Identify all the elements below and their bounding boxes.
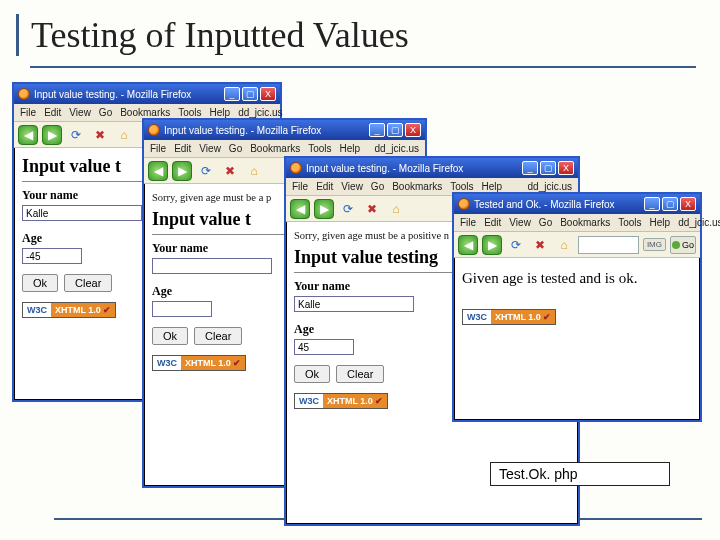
img-pill[interactable]: IMG <box>643 238 666 251</box>
w3c-badge[interactable]: W3C XHTML 1.0 ✔ <box>294 393 388 409</box>
close-button[interactable]: X <box>680 197 696 211</box>
w3c-badge-left: W3C <box>463 310 491 324</box>
menu-go[interactable]: Go <box>99 107 112 118</box>
reload-button[interactable]: ⟳ <box>196 161 216 181</box>
menu-bookmarks[interactable]: Bookmarks <box>392 181 442 192</box>
reload-button[interactable]: ⟳ <box>66 125 86 145</box>
name-input[interactable] <box>22 205 142 221</box>
ok-message: Given age is tested and is ok. <box>462 270 692 287</box>
menu-file[interactable]: File <box>460 217 476 228</box>
name-input[interactable] <box>294 296 414 312</box>
back-button[interactable]: ◀ <box>290 199 310 219</box>
home-button[interactable]: ⌂ <box>114 125 134 145</box>
close-button[interactable]: X <box>405 123 421 137</box>
title-underline <box>30 66 696 68</box>
age-input[interactable] <box>152 301 212 317</box>
menu-go[interactable]: Go <box>539 217 552 228</box>
menu-help[interactable]: Help <box>210 107 231 118</box>
window-buttons: _ ▢ X <box>522 161 574 175</box>
menubar[interactable]: File Edit View Go Bookmarks Tools Help d… <box>454 214 700 232</box>
menu-go[interactable]: Go <box>229 143 242 154</box>
menu-edit[interactable]: Edit <box>484 217 501 228</box>
clear-button[interactable]: Clear <box>336 365 384 383</box>
menu-file[interactable]: File <box>150 143 166 154</box>
stop-button[interactable]: ✖ <box>362 199 382 219</box>
forward-button[interactable]: ▶ <box>42 125 62 145</box>
reload-button[interactable]: ⟳ <box>338 199 358 219</box>
home-button[interactable]: ⌂ <box>554 235 574 255</box>
menu-tools[interactable]: Tools <box>450 181 473 192</box>
menu-view[interactable]: View <box>199 143 221 154</box>
titlebar[interactable]: Input value testing. - Mozilla Firefox _… <box>144 120 425 140</box>
w3c-badge-left: W3C <box>23 303 51 317</box>
minimize-button[interactable]: _ <box>644 197 660 211</box>
menu-edit[interactable]: Edit <box>316 181 333 192</box>
w3c-badge-right: XHTML 1.0 ✔ <box>491 310 555 324</box>
menu-url-hint: dd_jcic.us <box>528 181 572 192</box>
forward-button[interactable]: ▶ <box>172 161 192 181</box>
window-title: Tested and Ok. - Mozilla Firefox <box>474 199 615 210</box>
firefox-icon <box>18 88 30 100</box>
menu-view[interactable]: View <box>509 217 531 228</box>
w3c-badge[interactable]: W3C XHTML 1.0 ✔ <box>462 309 556 325</box>
page-content: Given age is tested and is ok. W3C XHTML… <box>454 258 700 420</box>
home-button[interactable]: ⌂ <box>244 161 264 181</box>
menu-bookmarks[interactable]: Bookmarks <box>560 217 610 228</box>
menu-help[interactable]: Help <box>340 143 361 154</box>
minimize-button[interactable]: _ <box>522 161 538 175</box>
firefox-icon <box>148 124 160 136</box>
menu-bookmarks[interactable]: Bookmarks <box>250 143 300 154</box>
clear-button[interactable]: Clear <box>64 274 112 292</box>
titlebar[interactable]: Tested and Ok. - Mozilla Firefox _ ▢ X <box>454 194 700 214</box>
menu-help[interactable]: Help <box>650 217 671 228</box>
menu-go[interactable]: Go <box>371 181 384 192</box>
menu-edit[interactable]: Edit <box>174 143 191 154</box>
age-input[interactable] <box>294 339 354 355</box>
menu-edit[interactable]: Edit <box>44 107 61 118</box>
age-input[interactable] <box>22 248 82 264</box>
maximize-button[interactable]: ▢ <box>387 123 403 137</box>
menu-tools[interactable]: Tools <box>308 143 331 154</box>
titlebar[interactable]: Input value testing. - Mozilla Firefox _… <box>14 84 280 104</box>
go-button[interactable]: Go <box>670 236 696 254</box>
window-buttons: _ ▢ X <box>644 197 696 211</box>
menu-help[interactable]: Help <box>482 181 503 192</box>
w3c-badge[interactable]: W3C XHTML 1.0 ✔ <box>152 355 246 371</box>
clear-button[interactable]: Clear <box>194 327 242 345</box>
ok-button[interactable]: Ok <box>152 327 188 345</box>
ok-button[interactable]: Ok <box>22 274 58 292</box>
titlebar[interactable]: Input value testing. - Mozilla Firefox _… <box>286 158 578 178</box>
home-button[interactable]: ⌂ <box>386 199 406 219</box>
menu-tools[interactable]: Tools <box>178 107 201 118</box>
w3c-badge-left: W3C <box>153 356 181 370</box>
check-icon: ✔ <box>543 312 551 322</box>
menu-file[interactable]: File <box>292 181 308 192</box>
back-button[interactable]: ◀ <box>148 161 168 181</box>
back-button[interactable]: ◀ <box>18 125 38 145</box>
close-button[interactable]: X <box>558 161 574 175</box>
stop-button[interactable]: ✖ <box>530 235 550 255</box>
w3c-badge-right: XHTML 1.0 ✔ <box>323 394 387 408</box>
stop-button[interactable]: ✖ <box>90 125 110 145</box>
name-input[interactable] <box>152 258 272 274</box>
url-bar[interactable] <box>578 236 639 254</box>
maximize-button[interactable]: ▢ <box>540 161 556 175</box>
reload-button[interactable]: ⟳ <box>506 235 526 255</box>
forward-button[interactable]: ▶ <box>314 199 334 219</box>
minimize-button[interactable]: _ <box>224 87 240 101</box>
maximize-button[interactable]: ▢ <box>242 87 258 101</box>
forward-button[interactable]: ▶ <box>482 235 502 255</box>
menu-tools[interactable]: Tools <box>618 217 641 228</box>
menu-view[interactable]: View <box>69 107 91 118</box>
back-button[interactable]: ◀ <box>458 235 478 255</box>
menu-view[interactable]: View <box>341 181 363 192</box>
close-button[interactable]: X <box>260 87 276 101</box>
go-icon <box>672 241 680 249</box>
w3c-badge[interactable]: W3C XHTML 1.0 ✔ <box>22 302 116 318</box>
minimize-button[interactable]: _ <box>369 123 385 137</box>
stop-button[interactable]: ✖ <box>220 161 240 181</box>
menu-file[interactable]: File <box>20 107 36 118</box>
menu-bookmarks[interactable]: Bookmarks <box>120 107 170 118</box>
ok-button[interactable]: Ok <box>294 365 330 383</box>
maximize-button[interactable]: ▢ <box>662 197 678 211</box>
